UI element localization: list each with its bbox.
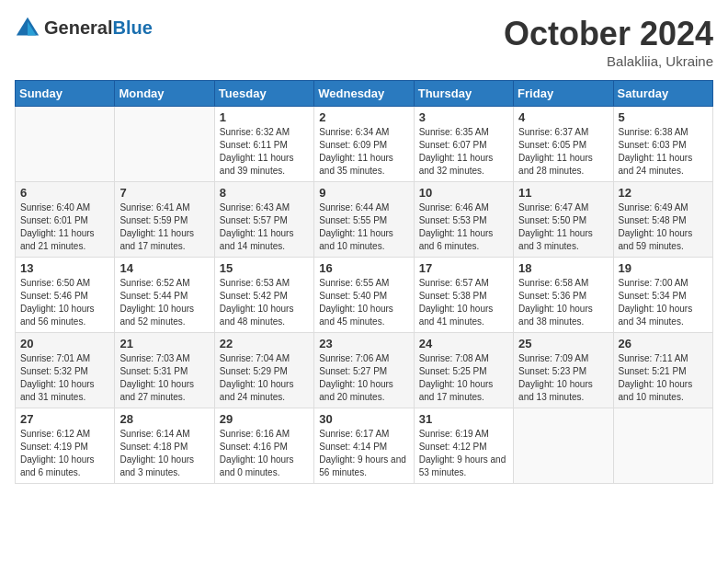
calendar-cell: 21Sunrise: 7:03 AM Sunset: 5:31 PM Dayli…: [115, 333, 214, 408]
day-number: 20: [20, 337, 109, 350]
week-row-3: 20Sunrise: 7:01 AM Sunset: 5:32 PM Dayli…: [16, 333, 713, 408]
day-info: Sunrise: 6:32 AM Sunset: 6:11 PM Dayligh…: [220, 126, 309, 178]
weekday-header-thursday: Thursday: [414, 81, 513, 107]
day-number: 21: [119, 337, 209, 350]
day-info: Sunrise: 6:44 AM Sunset: 5:55 PM Dayligh…: [319, 201, 408, 253]
calendar-cell: 29Sunrise: 6:16 AM Sunset: 4:16 PM Dayli…: [214, 408, 313, 484]
calendar-cell: 27Sunrise: 6:12 AM Sunset: 4:19 PM Dayli…: [16, 408, 115, 484]
day-number: 10: [419, 186, 508, 200]
calendar-cell: 28Sunrise: 6:14 AM Sunset: 4:18 PM Dayli…: [115, 408, 214, 484]
day-info: Sunrise: 6:17 AM Sunset: 4:14 PM Dayligh…: [319, 428, 408, 479]
day-info: Sunrise: 6:50 AM Sunset: 5:46 PM Dayligh…: [20, 277, 109, 328]
calendar-table: SundayMondayTuesdayWednesdayThursdayFrid…: [15, 80, 713, 484]
calendar-cell: 15Sunrise: 6:53 AM Sunset: 5:42 PM Dayli…: [214, 258, 313, 333]
day-number: 29: [220, 412, 309, 426]
day-info: Sunrise: 7:00 AM Sunset: 5:34 PM Dayligh…: [619, 277, 708, 328]
day-info: Sunrise: 6:37 AM Sunset: 6:05 PM Dayligh…: [518, 126, 608, 178]
calendar-cell: 10Sunrise: 6:46 AM Sunset: 5:53 PM Dayli…: [414, 182, 513, 258]
calendar-cell: 11Sunrise: 6:47 AM Sunset: 5:50 PM Dayli…: [514, 182, 613, 258]
day-number: 9: [319, 186, 408, 200]
day-number: 18: [518, 261, 608, 275]
day-number: 7: [119, 186, 209, 200]
weekday-header-saturday: Saturday: [613, 81, 712, 107]
calendar-cell: [514, 408, 613, 484]
calendar-cell: 20Sunrise: 7:01 AM Sunset: 5:32 PM Dayli…: [16, 333, 115, 408]
calendar-cell: 19Sunrise: 7:00 AM Sunset: 5:34 PM Dayli…: [613, 258, 712, 333]
day-info: Sunrise: 7:06 AM Sunset: 5:27 PM Dayligh…: [319, 352, 408, 404]
day-info: Sunrise: 7:04 AM Sunset: 5:29 PM Dayligh…: [220, 352, 309, 404]
logo-text-general: General: [44, 17, 112, 38]
day-number: 4: [518, 110, 608, 124]
calendar-cell: 16Sunrise: 6:55 AM Sunset: 5:40 PM Dayli…: [314, 258, 414, 333]
day-number: 19: [619, 261, 708, 275]
calendar-cell: 4Sunrise: 6:37 AM Sunset: 6:05 PM Daylig…: [514, 107, 613, 182]
calendar-cell: 26Sunrise: 7:11 AM Sunset: 5:21 PM Dayli…: [613, 333, 712, 408]
day-number: 31: [419, 412, 508, 426]
weekday-header-tuesday: Tuesday: [214, 81, 313, 107]
calendar-cell: 22Sunrise: 7:04 AM Sunset: 5:29 PM Dayli…: [214, 333, 313, 408]
weekday-header-sunday: Sunday: [16, 81, 115, 107]
day-info: Sunrise: 6:47 AM Sunset: 5:50 PM Dayligh…: [518, 201, 608, 253]
day-number: 11: [518, 186, 608, 200]
day-number: 3: [419, 110, 508, 124]
day-number: 27: [20, 412, 109, 426]
location-subtitle: Balakliia, Ukraine: [504, 53, 713, 69]
day-number: 30: [319, 412, 408, 426]
day-number: 2: [319, 110, 408, 124]
day-info: Sunrise: 6:58 AM Sunset: 5:36 PM Dayligh…: [518, 277, 608, 328]
day-number: 5: [619, 110, 708, 124]
weekday-header-friday: Friday: [514, 81, 613, 107]
day-info: Sunrise: 7:01 AM Sunset: 5:32 PM Dayligh…: [20, 352, 109, 404]
week-row-0: 1Sunrise: 6:32 AM Sunset: 6:11 PM Daylig…: [16, 107, 713, 182]
weekday-header-wednesday: Wednesday: [314, 81, 414, 107]
week-row-4: 27Sunrise: 6:12 AM Sunset: 4:19 PM Dayli…: [16, 408, 713, 484]
calendar-cell: 31Sunrise: 6:19 AM Sunset: 4:12 PM Dayli…: [414, 408, 513, 484]
calendar-cell: 2Sunrise: 6:34 AM Sunset: 6:09 PM Daylig…: [314, 107, 414, 182]
day-info: Sunrise: 6:49 AM Sunset: 5:48 PM Dayligh…: [619, 201, 708, 253]
logo-text-blue: Blue: [112, 17, 152, 38]
calendar-cell: 5Sunrise: 6:38 AM Sunset: 6:03 PM Daylig…: [613, 107, 712, 182]
day-info: Sunrise: 6:53 AM Sunset: 5:42 PM Dayligh…: [220, 277, 309, 328]
day-number: 8: [220, 186, 309, 200]
calendar-cell: 30Sunrise: 6:17 AM Sunset: 4:14 PM Dayli…: [314, 408, 414, 484]
day-number: 15: [220, 261, 309, 275]
day-number: 12: [619, 186, 708, 200]
day-info: Sunrise: 6:43 AM Sunset: 5:57 PM Dayligh…: [220, 201, 309, 253]
calendar-cell: 13Sunrise: 6:50 AM Sunset: 5:46 PM Dayli…: [16, 258, 115, 333]
day-number: 13: [20, 261, 109, 275]
day-number: 16: [319, 261, 408, 275]
calendar-cell: 1Sunrise: 6:32 AM Sunset: 6:11 PM Daylig…: [214, 107, 313, 182]
day-info: Sunrise: 6:57 AM Sunset: 5:38 PM Dayligh…: [419, 277, 508, 328]
day-info: Sunrise: 6:46 AM Sunset: 5:53 PM Dayligh…: [419, 201, 508, 253]
day-info: Sunrise: 6:34 AM Sunset: 6:09 PM Dayligh…: [319, 126, 408, 178]
calendar-cell: 8Sunrise: 6:43 AM Sunset: 5:57 PM Daylig…: [214, 182, 313, 258]
day-number: 6: [20, 186, 109, 200]
day-info: Sunrise: 6:12 AM Sunset: 4:19 PM Dayligh…: [20, 428, 109, 479]
calendar-cell: 7Sunrise: 6:41 AM Sunset: 5:59 PM Daylig…: [115, 182, 214, 258]
calendar-cell: [16, 107, 115, 182]
calendar-cell: [613, 408, 712, 484]
day-info: Sunrise: 7:03 AM Sunset: 5:31 PM Dayligh…: [119, 352, 209, 404]
week-row-2: 13Sunrise: 6:50 AM Sunset: 5:46 PM Dayli…: [16, 258, 713, 333]
day-info: Sunrise: 6:52 AM Sunset: 5:44 PM Dayligh…: [119, 277, 209, 328]
calendar-cell: 14Sunrise: 6:52 AM Sunset: 5:44 PM Dayli…: [115, 258, 214, 333]
calendar-cell: 18Sunrise: 6:58 AM Sunset: 5:36 PM Dayli…: [514, 258, 613, 333]
day-number: 23: [319, 337, 408, 350]
calendar-cell: 6Sunrise: 6:40 AM Sunset: 6:01 PM Daylig…: [16, 182, 115, 258]
day-info: Sunrise: 7:08 AM Sunset: 5:25 PM Dayligh…: [419, 352, 508, 404]
day-number: 14: [119, 261, 209, 275]
day-info: Sunrise: 7:11 AM Sunset: 5:21 PM Dayligh…: [619, 352, 708, 404]
day-info: Sunrise: 6:55 AM Sunset: 5:40 PM Dayligh…: [319, 277, 408, 328]
day-number: 1: [220, 110, 309, 124]
day-info: Sunrise: 6:40 AM Sunset: 6:01 PM Dayligh…: [20, 201, 109, 253]
page-header: GeneralBlue October 2024 Balakliia, Ukra…: [15, 15, 713, 69]
day-number: 25: [518, 337, 608, 350]
calendar-cell: 24Sunrise: 7:08 AM Sunset: 5:25 PM Dayli…: [414, 333, 513, 408]
day-number: 17: [419, 261, 508, 275]
day-info: Sunrise: 6:38 AM Sunset: 6:03 PM Dayligh…: [619, 126, 708, 178]
calendar-cell: 17Sunrise: 6:57 AM Sunset: 5:38 PM Dayli…: [414, 258, 513, 333]
weekday-header-row: SundayMondayTuesdayWednesdayThursdayFrid…: [16, 81, 713, 107]
day-info: Sunrise: 6:35 AM Sunset: 6:07 PM Dayligh…: [419, 126, 508, 178]
calendar-cell: 25Sunrise: 7:09 AM Sunset: 5:23 PM Dayli…: [514, 333, 613, 408]
week-row-1: 6Sunrise: 6:40 AM Sunset: 6:01 PM Daylig…: [16, 182, 713, 258]
